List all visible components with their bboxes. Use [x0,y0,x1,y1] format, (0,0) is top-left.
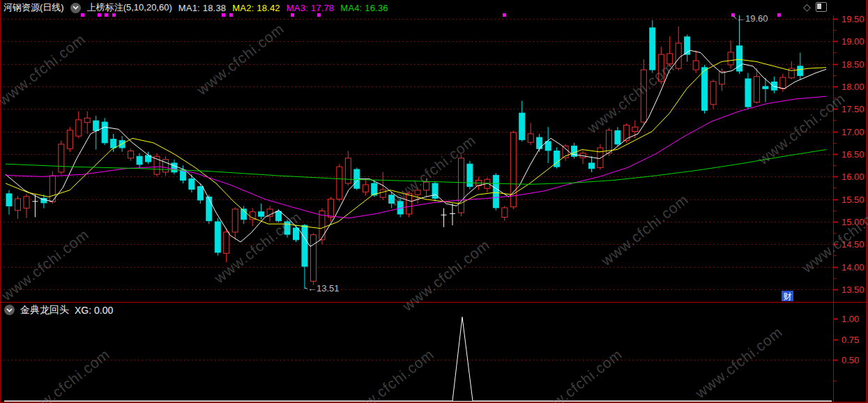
svg-text:17.00: 17.00 [842,127,865,137]
svg-text:0.50: 0.50 [842,355,859,365]
window-restore-inner [817,3,821,9]
ma2-value-label: MA2: 18.42 [232,3,280,13]
sub-chart-header: 金典龙回头 XG: 0.00 [0,304,113,316]
collapse-chevron-icon[interactable] [70,3,81,13]
ma3-value-label: MA3: 17.78 [287,3,335,13]
svg-text:17.50: 17.50 [842,104,865,114]
ma1-value-label: MA1: 18.38 [178,3,227,13]
indicator-name: 上榜标注(5,10,20,60) [87,1,172,14]
svg-text:15.00: 15.00 [842,217,865,227]
sub-indicator-value: XG: 0.00 [75,305,113,316]
svg-text:13.50: 13.50 [842,284,865,295]
sub-collapse-chevron-icon[interactable] [4,305,15,315]
svg-text:16.00: 16.00 [842,172,865,182]
stock-title: 河钢资源(日线) [3,1,64,14]
svg-text:财: 财 [784,291,792,301]
svg-text:←13.51: ←13.51 [307,283,340,294]
svg-text:16.50: 16.50 [842,149,865,160]
diamond-tool-icon[interactable]: ◇ [803,2,811,12]
svg-text:18.00: 18.00 [842,82,865,92]
main-chart-header: 河钢资源(日线) 上榜标注(5,10,20,60) MA1: 18.38 MA2… [0,0,805,15]
sub-indicator-name: 金典龙回头 [20,304,69,317]
svg-text:0.75: 0.75 [842,335,859,345]
stock-app-window: 19.5019.0018.5018.0017.5017.0016.5016.00… [0,0,868,403]
svg-text:19.00: 19.00 [842,36,865,47]
svg-text:14.50: 14.50 [842,239,865,250]
svg-text:15.50: 15.50 [842,195,865,205]
candlestick-chart-canvas[interactable]: 19.5019.0018.5018.0017.5017.0016.5016.00… [0,0,868,403]
svg-text:1.00: 1.00 [842,314,859,324]
window-tool-icons: ◇ [803,2,827,12]
ma4-value-label: MA4: 16.36 [340,3,388,13]
window-restore-icon[interactable] [816,2,827,12]
svg-text:18.50: 18.50 [842,59,865,70]
svg-text:14.00: 14.00 [842,262,865,273]
svg-text:19.50: 19.50 [842,14,865,24]
